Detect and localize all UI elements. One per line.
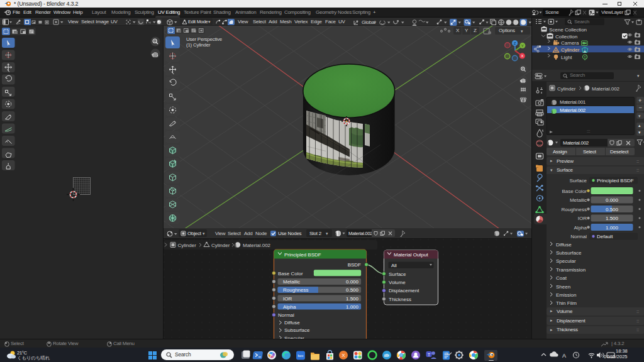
svg-text:All: All bbox=[391, 263, 397, 268]
svg-text:Metallic: Metallic bbox=[570, 197, 587, 203]
svg-text:1.500: 1.500 bbox=[346, 296, 359, 302]
svg-text:Alpha: Alpha bbox=[283, 304, 296, 310]
svg-text:Surface: Surface bbox=[569, 178, 587, 184]
svg-text:Transmission: Transmission bbox=[556, 267, 586, 273]
svg-text:0.500: 0.500 bbox=[606, 207, 619, 212]
svg-text:Principled BSDF: Principled BSDF bbox=[597, 178, 634, 184]
svg-text:Cylinder: Cylinder bbox=[178, 243, 197, 248]
svg-text:Principled BSDF: Principled BSDF bbox=[284, 252, 321, 258]
svg-text:Scene Collection: Scene Collection bbox=[549, 27, 587, 33]
svg-text:0.500: 0.500 bbox=[346, 287, 359, 293]
svg-text:1.000: 1.000 bbox=[606, 225, 619, 231]
svg-text:X: X bbox=[341, 353, 345, 358]
svg-text:Surface: Surface bbox=[389, 272, 406, 277]
svg-text:Subsurface: Subsurface bbox=[284, 327, 310, 333]
svg-text:Metallic: Metallic bbox=[283, 279, 300, 285]
svg-text:BSDF: BSDF bbox=[348, 262, 361, 268]
svg-text:Thickness: Thickness bbox=[389, 297, 411, 302]
svg-text:Cylinder: Cylinder bbox=[557, 86, 576, 92]
svg-text:Subsurface: Subsurface bbox=[556, 250, 582, 256]
svg-text:Sheen: Sheen bbox=[556, 284, 570, 290]
svg-text:0.000: 0.000 bbox=[606, 197, 619, 203]
svg-text:Material.002: Material.002 bbox=[243, 243, 271, 248]
svg-text:Volume: Volume bbox=[389, 280, 406, 285]
svg-text:0.000: 0.000 bbox=[346, 279, 359, 285]
svg-text:1.000: 1.000 bbox=[346, 304, 359, 310]
svg-text:Camera: Camera bbox=[561, 40, 579, 46]
svg-text:1.500: 1.500 bbox=[606, 216, 619, 221]
svg-text:Specular: Specular bbox=[556, 258, 576, 264]
svg-text:X: X bbox=[521, 54, 523, 58]
svg-text:Z: Z bbox=[514, 41, 516, 45]
svg-text:Coat: Coat bbox=[556, 275, 567, 281]
svg-text:box: box bbox=[298, 354, 304, 358]
svg-text:Normal: Normal bbox=[278, 312, 294, 318]
svg-text:Collection: Collection bbox=[555, 34, 577, 40]
svg-text:Cylinder: Cylinder bbox=[561, 47, 580, 53]
svg-text:T: T bbox=[428, 353, 430, 357]
svg-text:Thin Film: Thin Film bbox=[556, 300, 577, 306]
svg-text:Alpha: Alpha bbox=[574, 225, 587, 231]
svg-text:Material Output: Material Output bbox=[394, 252, 428, 258]
svg-text:IOR: IOR bbox=[578, 216, 587, 221]
svg-text:Roughness: Roughness bbox=[283, 287, 308, 293]
svg-text:Global: Global bbox=[362, 19, 375, 25]
svg-text:Material.002: Material.002 bbox=[592, 86, 620, 92]
svg-text:Displacement: Displacement bbox=[389, 288, 419, 293]
svg-text:Y: Y bbox=[521, 44, 524, 48]
svg-text:IOR: IOR bbox=[283, 296, 292, 302]
svg-text:Diffuse: Diffuse bbox=[556, 242, 572, 248]
svg-text:Cylinder: Cylinder bbox=[211, 243, 230, 248]
svg-text:Emission: Emission bbox=[556, 292, 576, 298]
svg-text:Diffuse: Diffuse bbox=[284, 320, 300, 326]
svg-text:Base Color: Base Color bbox=[278, 271, 303, 277]
svg-text:Light: Light bbox=[561, 55, 572, 60]
svg-text:Base Color: Base Color bbox=[562, 189, 587, 194]
svg-text:Default: Default bbox=[597, 234, 613, 239]
svg-text:Roughness: Roughness bbox=[562, 207, 587, 212]
svg-text:Normal: Normal bbox=[570, 234, 587, 239]
svg-text:A: A bbox=[562, 353, 566, 359]
